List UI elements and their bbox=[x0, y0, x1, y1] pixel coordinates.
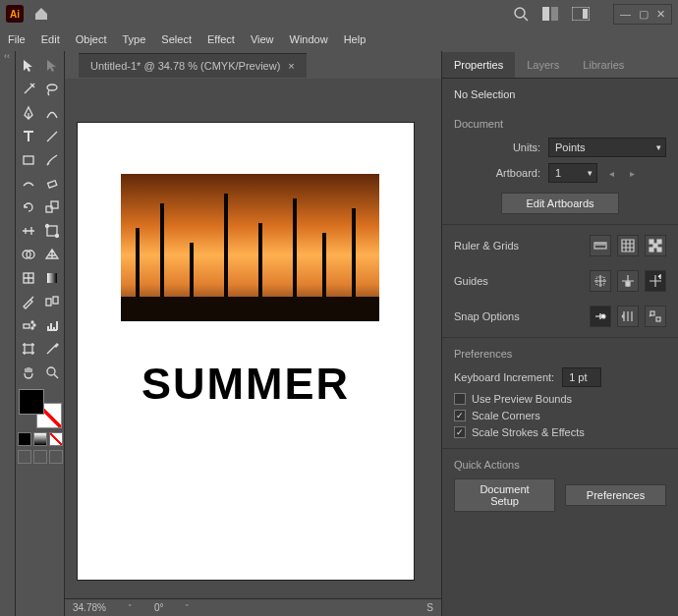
hand-tool-icon[interactable] bbox=[18, 362, 39, 383]
canvas[interactable]: SUMMER bbox=[65, 79, 441, 598]
fill-swatch[interactable] bbox=[19, 389, 44, 415]
draw-normal-icon[interactable] bbox=[18, 450, 31, 464]
menu-file[interactable]: File bbox=[8, 33, 26, 45]
maximize-icon[interactable]: ▢ bbox=[639, 8, 649, 21]
shape-builder-tool-icon[interactable] bbox=[18, 244, 39, 265]
keyboard-increment-input[interactable]: 1 pt bbox=[562, 367, 601, 387]
type-tool-icon[interactable] bbox=[18, 126, 39, 147]
mesh-tool-icon[interactable] bbox=[18, 267, 39, 289]
graph-tool-icon[interactable] bbox=[41, 314, 63, 336]
fill-stroke-swatch[interactable] bbox=[19, 389, 62, 428]
artboard-tool-icon[interactable] bbox=[18, 338, 39, 360]
smart-guides-icon[interactable] bbox=[645, 270, 666, 292]
snap-options-label: Snap Options bbox=[454, 310, 582, 322]
scale-strokes-checkbox[interactable]: ✓ bbox=[454, 426, 466, 438]
slice-tool-icon[interactable] bbox=[41, 338, 63, 360]
menu-select[interactable]: Select bbox=[161, 33, 192, 45]
scale-corners-checkbox[interactable]: ✓ bbox=[454, 410, 466, 421]
snap-pixel-icon[interactable] bbox=[645, 306, 666, 327]
collapse-icon[interactable]: ‹‹ bbox=[0, 51, 15, 61]
menu-help[interactable]: Help bbox=[344, 33, 367, 45]
direct-selection-tool-icon[interactable] bbox=[41, 55, 63, 77]
tab-close-icon[interactable]: × bbox=[288, 60, 294, 72]
tab-layers[interactable]: Layers bbox=[515, 52, 571, 78]
document-setup-button[interactable]: Document Setup bbox=[454, 478, 555, 512]
guides-label: Guides bbox=[454, 275, 582, 287]
units-select[interactable]: Points bbox=[548, 138, 666, 157]
artboard: SUMMER bbox=[78, 123, 414, 580]
menu-window[interactable]: Window bbox=[290, 33, 328, 45]
symbol-sprayer-tool-icon[interactable] bbox=[18, 314, 39, 336]
svg-point-21 bbox=[31, 321, 33, 323]
next-artboard-icon[interactable]: ▸ bbox=[626, 168, 639, 179]
menu-view[interactable]: View bbox=[251, 33, 274, 45]
svg-point-25 bbox=[47, 367, 55, 375]
edit-artboards-button[interactable]: Edit Artboards bbox=[501, 193, 619, 214]
svg-rect-33 bbox=[626, 282, 630, 286]
free-transform-tool-icon[interactable] bbox=[41, 220, 63, 242]
document-tabs: Untitled-1* @ 34.78 % (CMYK/Preview) × bbox=[65, 51, 441, 79]
gradient-mode-icon[interactable] bbox=[33, 432, 47, 446]
svg-rect-31 bbox=[657, 248, 661, 252]
minimize-icon[interactable]: — bbox=[620, 8, 631, 21]
svg-rect-17 bbox=[47, 273, 57, 283]
eraser-tool-icon[interactable] bbox=[41, 173, 63, 195]
tab-libraries[interactable]: Libraries bbox=[571, 52, 636, 78]
preferences-button[interactable]: Preferences bbox=[565, 484, 666, 506]
perspective-tool-icon[interactable] bbox=[41, 244, 63, 265]
rotate-view[interactable]: 0° bbox=[154, 602, 164, 613]
blend-tool-icon[interactable] bbox=[41, 291, 63, 312]
grid-icon[interactable] bbox=[617, 235, 639, 256]
pen-tool-icon[interactable] bbox=[18, 102, 39, 124]
width-tool-icon[interactable] bbox=[18, 220, 39, 242]
line-tool-icon[interactable] bbox=[41, 126, 63, 147]
menu-type[interactable]: Type bbox=[123, 33, 146, 45]
menu-effect[interactable]: Effect bbox=[207, 33, 235, 45]
magic-wand-tool-icon[interactable] bbox=[18, 79, 39, 100]
tab-properties[interactable]: Properties bbox=[442, 52, 515, 78]
search-icon[interactable] bbox=[513, 6, 529, 22]
menu-object[interactable]: Object bbox=[76, 33, 107, 45]
lasso-tool-icon[interactable] bbox=[41, 79, 63, 100]
draw-inside-icon[interactable] bbox=[49, 450, 63, 464]
close-icon[interactable]: ✕ bbox=[656, 8, 665, 21]
none-mode-icon[interactable] bbox=[49, 432, 63, 446]
selection-tool-icon[interactable] bbox=[18, 55, 39, 77]
rotate-tool-icon[interactable] bbox=[18, 196, 39, 218]
svg-rect-5 bbox=[583, 9, 588, 19]
svg-point-34 bbox=[601, 314, 605, 318]
prev-artboard-icon[interactable]: ◂ bbox=[605, 168, 618, 179]
snap-point-icon[interactable] bbox=[590, 306, 611, 327]
guides-lock-icon[interactable] bbox=[617, 270, 639, 292]
arrange-icon[interactable] bbox=[542, 7, 558, 21]
rectangle-tool-icon[interactable] bbox=[18, 149, 39, 171]
guides-show-icon[interactable] bbox=[590, 270, 611, 292]
ruler-icon[interactable] bbox=[590, 235, 611, 256]
svg-point-22 bbox=[33, 324, 35, 326]
artboard-label: Artboard: bbox=[454, 167, 540, 179]
shaper-tool-icon[interactable] bbox=[18, 173, 39, 195]
menu-edit[interactable]: Edit bbox=[41, 33, 60, 45]
workspace-icon[interactable] bbox=[572, 7, 590, 21]
home-icon[interactable] bbox=[33, 6, 49, 22]
paintbrush-tool-icon[interactable] bbox=[41, 149, 63, 171]
svg-point-12 bbox=[45, 225, 48, 228]
curvature-tool-icon[interactable] bbox=[41, 102, 63, 124]
zoom-level[interactable]: 34.78% bbox=[73, 602, 106, 613]
draw-behind-icon[interactable] bbox=[33, 450, 47, 464]
scale-tool-icon[interactable] bbox=[41, 196, 63, 218]
color-mode-icon[interactable] bbox=[18, 432, 31, 446]
zoom-tool-icon[interactable] bbox=[41, 362, 63, 383]
section-preferences: Preferences bbox=[454, 348, 666, 360]
gradient-tool-icon[interactable] bbox=[41, 267, 63, 289]
eyedropper-tool-icon[interactable] bbox=[18, 291, 39, 312]
use-preview-bounds-checkbox[interactable] bbox=[454, 393, 466, 405]
svg-point-13 bbox=[55, 235, 58, 238]
section-quick-actions: Quick Actions bbox=[454, 459, 666, 471]
transparency-grid-icon[interactable] bbox=[645, 235, 666, 256]
snap-grid-icon[interactable] bbox=[617, 306, 639, 327]
document-tab[interactable]: Untitled-1* @ 34.78 % (CMYK/Preview) × bbox=[79, 53, 307, 78]
artboard-select[interactable]: 1 bbox=[548, 163, 597, 183]
title-bar: Ai — ▢ ✕ bbox=[0, 0, 678, 28]
svg-rect-3 bbox=[551, 7, 558, 21]
